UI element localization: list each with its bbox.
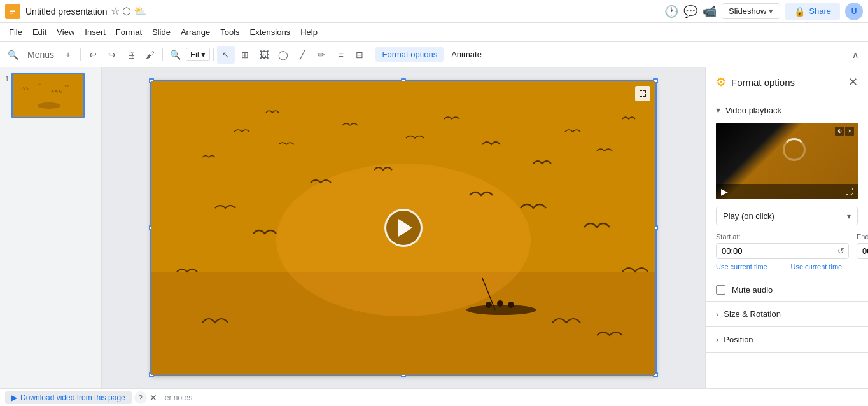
close-panel-button[interactable]: ✕ xyxy=(848,75,858,89)
menu-format[interactable]: Format xyxy=(111,25,147,39)
menu-tools[interactable]: Tools xyxy=(215,25,244,39)
play-option-dropdown[interactable]: Play (on click) ▾ xyxy=(716,207,858,225)
zoom-out-button[interactable]: 🔍 xyxy=(166,46,185,64)
menu-slide[interactable]: Slide xyxy=(147,25,176,39)
slide-1-thumb[interactable]: 1 ∿∿ ∿ ∿∿∿ ∿∿ xyxy=(5,73,96,118)
format-options-panel: ⚙ Format options ✕ ▾ Video playback ⚙ ✕ … xyxy=(705,67,868,388)
menu-extensions[interactable]: Extensions xyxy=(245,25,296,39)
expand-button[interactable] xyxy=(635,86,650,101)
presentation-title[interactable]: Untitled presentation xyxy=(25,6,107,17)
pen-tool[interactable]: ✏ xyxy=(312,46,330,64)
menu-help[interactable]: Help xyxy=(295,25,323,39)
download-label: Download video from this page xyxy=(20,393,125,402)
format-options-button[interactable]: Format options xyxy=(375,47,444,62)
toolbar: 🔍 Menus + ↩ ↪ 🖨 🖌 🔍 Fit ▾ ↖ ⊞ 🖼 ◯ ╱ ✏ ≡ … xyxy=(0,42,868,67)
mute-audio-label: Mute audio xyxy=(732,285,773,295)
download-icon: ▶ xyxy=(11,393,17,402)
start-use-current-link[interactable]: Use current time xyxy=(716,263,767,270)
preview-fullscreen-button[interactable]: ⛶ xyxy=(845,187,853,196)
loading-spinner xyxy=(783,138,806,161)
text-tool[interactable]: ≡ xyxy=(332,46,349,64)
cloud-icon[interactable]: ⛅ xyxy=(134,5,146,17)
slide-canvas[interactable] xyxy=(151,81,655,375)
start-use-current: Use current time xyxy=(716,262,783,271)
divider-3 xyxy=(213,48,214,61)
avatar[interactable]: U xyxy=(845,3,863,20)
menu-file[interactable]: File xyxy=(4,25,27,39)
svg-text:∿∿: ∿∿ xyxy=(64,83,69,87)
canvas-area xyxy=(102,67,705,388)
size-rotation-section[interactable]: › Size & Rotation xyxy=(706,302,868,327)
position-section[interactable]: › Position xyxy=(706,327,868,353)
image-tool[interactable]: 🖼 xyxy=(255,46,273,64)
svg-point-16 xyxy=(497,300,503,307)
start-time-reset-button[interactable]: ↺ xyxy=(834,244,848,258)
play-button-overlay[interactable] xyxy=(384,209,423,247)
star-icon[interactable]: ☆ xyxy=(111,5,120,17)
svg-rect-1 xyxy=(10,10,15,11)
align-tool[interactable]: ⊟ xyxy=(351,46,368,64)
size-rotation-title: Size & Rotation xyxy=(724,309,781,319)
select-tool[interactable]: ↖ xyxy=(217,46,235,64)
close-download-bar-button[interactable]: ✕ xyxy=(150,393,157,403)
add-slide-button[interactable]: + xyxy=(59,46,77,64)
preview-play-button[interactable]: ▶ xyxy=(721,186,728,197)
paint-format-button[interactable]: 🖌 xyxy=(141,46,159,64)
zoom-select[interactable]: Fit ▾ xyxy=(186,48,210,61)
preview-close-button[interactable]: ✕ xyxy=(845,127,854,136)
app-logo xyxy=(5,4,20,19)
title-right: 🕐 💬 📹 Slideshow ▾ 🔒 Share U xyxy=(664,3,863,20)
video-preview-controls: ▶ ⛶ xyxy=(716,184,858,199)
shapes-tool[interactable]: ◯ xyxy=(274,46,292,64)
chevron-down-icon: ▾ xyxy=(769,6,773,16)
share-button[interactable]: 🔒 Share xyxy=(785,3,840,20)
meet-icon[interactable]: 📹 xyxy=(703,4,717,18)
slideshow-button[interactable]: Slideshow ▾ xyxy=(722,3,780,19)
panel-title: Format options xyxy=(731,77,848,88)
menu-arrange[interactable]: Arrange xyxy=(176,25,215,39)
start-time-input[interactable] xyxy=(717,244,834,258)
end-time-input[interactable] xyxy=(857,244,868,258)
search-button[interactable]: 🔍 xyxy=(4,46,22,64)
menu-insert[interactable]: Insert xyxy=(80,25,111,39)
menus-label: Menus xyxy=(27,50,54,60)
zoom-value: Fit xyxy=(190,50,199,59)
preview-settings-button[interactable]: ⚙ xyxy=(835,127,844,136)
play-triangle-icon xyxy=(398,219,412,237)
undo-button[interactable]: ↩ xyxy=(84,46,102,64)
folder-icon[interactable]: ⬡ xyxy=(122,5,131,17)
start-at-label: Start at: xyxy=(716,233,849,241)
main-content: 1 ∿∿ ∿ ∿∿∿ ∿∿ xyxy=(0,67,868,388)
crop-tool[interactable]: ⊞ xyxy=(236,46,254,64)
menu-view[interactable]: View xyxy=(52,25,80,39)
play-option-value: Play (on click) xyxy=(723,211,774,221)
divider-2 xyxy=(162,48,163,61)
print-button[interactable]: 🖨 xyxy=(122,46,140,64)
video-container[interactable] xyxy=(151,81,655,375)
history-icon[interactable]: 🕐 xyxy=(664,4,678,18)
position-title: Position xyxy=(724,335,753,344)
mute-audio-checkbox[interactable] xyxy=(716,285,725,295)
help-button[interactable]: ? xyxy=(134,391,147,404)
end-time-input-wrap: ↺ xyxy=(857,243,868,259)
line-tool[interactable]: ╱ xyxy=(293,46,311,64)
panel-header: ⚙ Format options ✕ xyxy=(706,67,868,97)
comment-icon[interactable]: 💬 xyxy=(683,4,697,18)
toolbar-right: ∧ xyxy=(846,46,864,64)
menus-button[interactable]: Menus xyxy=(24,46,58,64)
svg-text:∿∿: ∿∿ xyxy=(22,87,29,90)
redo-button[interactable]: ↪ xyxy=(103,46,121,64)
video-playback-header[interactable]: ▾ Video playback xyxy=(706,97,868,123)
svg-point-9 xyxy=(38,102,60,109)
animate-button[interactable]: Animate xyxy=(445,47,488,62)
time-controls: Start at: ↺ End at: ↺ xyxy=(706,233,868,262)
mute-audio-row: Mute audio xyxy=(706,279,868,301)
title-icons: ☆ ⬡ ⛅ xyxy=(111,5,146,17)
collapse-toolbar-button[interactable]: ∧ xyxy=(846,46,864,64)
end-use-current-link[interactable]: Use current time xyxy=(791,263,843,270)
slide-thumbnail[interactable]: ∿∿ ∿ ∿∿∿ ∿∿ xyxy=(11,73,85,118)
svg-text:∿: ∿ xyxy=(38,82,41,86)
video-preview: ⚙ ✕ ▶ ⛶ xyxy=(716,123,858,199)
download-video-button[interactable]: ▶ Download video from this page xyxy=(5,391,132,404)
menu-edit[interactable]: Edit xyxy=(27,25,52,39)
